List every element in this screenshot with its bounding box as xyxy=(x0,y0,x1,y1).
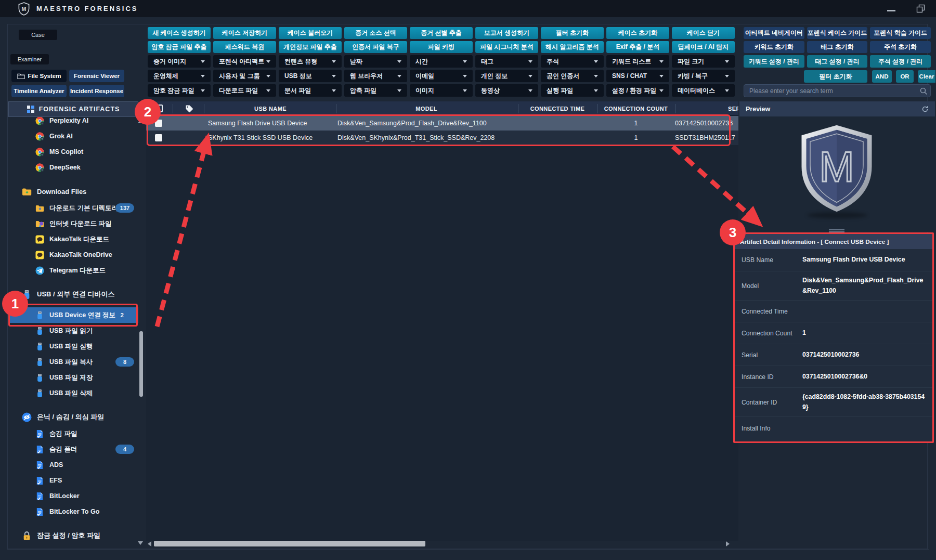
tree-item-16[interactable]: USB 파일 삭제 xyxy=(8,385,138,401)
tree-item-2[interactable]: MS Copilot xyxy=(8,144,138,160)
refresh-icon[interactable] xyxy=(921,106,929,113)
tab-timeline-analyzer[interactable]: Timeline Analyzer xyxy=(11,85,67,97)
tab-file-system[interactable]: File System xyxy=(11,70,67,82)
tree-item-8[interactable]: KakaoTalk OneDrive xyxy=(8,247,138,263)
filter-dropdown-filter_row1-8[interactable]: 파일 크기 xyxy=(672,55,735,68)
and-button[interactable]: AND xyxy=(872,70,892,83)
filter-dropdown-filter_row1-7[interactable]: 키워드 리스트 xyxy=(606,55,669,68)
tree-section-17[interactable]: 은닉 / 숨김 / 의심 파일 xyxy=(8,408,138,426)
panel-button-buttons_row1-2[interactable]: 포렌식 학습 가이드 xyxy=(870,27,931,39)
tree-item-11[interactable]: USB Device 연결 정보2 xyxy=(8,307,138,323)
filter-dropdown-filter_row1-3[interactable]: 날짜 xyxy=(344,55,407,68)
tab-forensic-viewer[interactable]: Forensic Viewer xyxy=(69,70,124,82)
panel-button-buttons_row1-0[interactable]: 아티팩트 네비게이터 xyxy=(744,27,804,39)
tree-item-6[interactable]: 인터넷 다운로드 파일 xyxy=(8,216,138,231)
filter-dropdown-filter_row2-8[interactable]: 카빙 / 복구 xyxy=(672,70,735,82)
filter-dropdown-filter_row1-6[interactable]: 주석 xyxy=(541,55,604,68)
filter-dropdown-filter_row1-4[interactable]: 시간 xyxy=(410,55,473,68)
panel-drag-handle[interactable] xyxy=(829,231,844,232)
tab-incident-response[interactable]: Incident Response xyxy=(69,85,124,97)
table-row[interactable]: SKhynix T31 Stick SSD USB DeviceDisk&Ven… xyxy=(146,131,738,145)
action-button-action_row2-6[interactable]: 해시 알고리즘 분석 xyxy=(541,41,604,53)
tree-item-12[interactable]: USB 파일 읽기 xyxy=(8,323,138,338)
tree-item-19[interactable]: 숨김 폴더4 xyxy=(8,441,138,457)
tree-item-0[interactable]: Perplexity AI xyxy=(8,117,138,128)
filter-dropdown-filter_row2-1[interactable]: 사용자 및 그룹 xyxy=(213,70,276,82)
tree-item-23[interactable]: BitLocker To Go xyxy=(8,504,138,519)
tree-item-21[interactable]: EFS xyxy=(8,473,138,488)
tree-item-15[interactable]: USB 파일 저장 xyxy=(8,370,138,385)
tree-section-10[interactable]: USB / 외부 연결 디바이스 xyxy=(8,285,138,303)
panel-button-buttons_row2-0[interactable]: 키워드 초기화 xyxy=(744,41,804,53)
action-button-action_row1-2[interactable]: 케이스 불러오기 xyxy=(279,27,342,39)
column-header-model[interactable]: MODEL xyxy=(361,101,491,116)
tree-item-18[interactable]: 숨김 파일 xyxy=(8,426,138,441)
panel-button-buttons_row1-1[interactable]: 포렌식 케이스 가이드 xyxy=(807,27,868,39)
filter-dropdown-filter_row3-2[interactable]: 문서 파일 xyxy=(279,84,342,97)
action-button-action_row2-5[interactable]: 파일 시그니처 분석 xyxy=(475,41,538,53)
action-button-action_row1-3[interactable]: 증거 소스 선택 xyxy=(344,27,407,39)
action-button-action_row2-3[interactable]: 인증서 파일 복구 xyxy=(344,41,407,53)
search-input[interactable] xyxy=(744,84,931,97)
filter-dropdown-filter_row3-0[interactable]: 암호 잠금 파일 xyxy=(148,84,211,97)
tree-item-22[interactable]: BitLocker xyxy=(8,488,138,504)
filter-reset-button[interactable]: 필터 초기화 xyxy=(804,70,867,83)
panel-button-buttons_row3-1[interactable]: 태그 설정 / 관리 xyxy=(807,55,868,68)
action-button-action_row1-0[interactable]: 새 케이스 생성하기 xyxy=(148,27,211,39)
table-row[interactable]: Samsung Flash Drive USB DeviceDisk&Ven_S… xyxy=(146,116,738,131)
horizontal-scrollbar-thumb[interactable] xyxy=(154,541,425,546)
panel-button-buttons_row3-0[interactable]: 키워드 설정 / 관리 xyxy=(744,55,804,68)
filter-dropdown-filter_row3-6[interactable]: 실행 파일 xyxy=(541,84,604,97)
column-header-usb-name[interactable]: USB NAME xyxy=(205,101,335,116)
action-button-action_row1-1[interactable]: 케이스 저장하기 xyxy=(213,27,276,39)
action-button-action_row2-0[interactable]: 암호 잠금 파일 추출 xyxy=(148,41,211,53)
panel-button-buttons_row2-1[interactable]: 태그 초기화 xyxy=(807,41,868,53)
tree-item-14[interactable]: USB 파일 복사8 xyxy=(8,354,138,370)
filter-dropdown-filter_row3-1[interactable]: 다운로드 파일 xyxy=(213,84,276,97)
action-button-action_row1-7[interactable]: 케이스 초기화 xyxy=(606,27,669,39)
tree-section-4[interactable]: Download Files xyxy=(8,183,138,200)
filter-dropdown-filter_row3-5[interactable]: 동영상 xyxy=(475,84,538,97)
tree-item-20[interactable]: ADS xyxy=(8,457,138,473)
filter-dropdown-filter_row1-2[interactable]: 컨텐츠 유형 xyxy=(279,55,342,68)
action-button-action_row2-7[interactable]: Exif 추출 / 분석 xyxy=(606,41,669,53)
search-icon[interactable] xyxy=(919,87,928,95)
action-button-action_row2-4[interactable]: 파일 카빙 xyxy=(410,41,473,53)
sidebar-scrollbar-thumb[interactable] xyxy=(139,331,143,397)
action-button-action_row2-8[interactable]: 딥페이크 / AI 탐지 xyxy=(672,41,735,53)
filter-dropdown-filter_row2-3[interactable]: 웹 브라우저 xyxy=(344,70,407,82)
forensic-artifacts-header[interactable]: FORENSIC ARTIFACTS xyxy=(8,101,138,117)
column-header-connected-time[interactable]: CONNECTED TIME xyxy=(518,101,597,116)
action-button-action_row1-4[interactable]: 증거 선별 추출 xyxy=(410,27,473,39)
filter-dropdown-filter_row1-5[interactable]: 태그 xyxy=(475,55,538,68)
clear-button[interactable]: Clear xyxy=(918,70,935,83)
filter-dropdown-filter_row2-2[interactable]: USB 정보 xyxy=(279,70,342,82)
action-button-action_row1-8[interactable]: 케이스 닫기 xyxy=(672,27,735,39)
tree-item-9[interactable]: Telegram 다운로드 xyxy=(8,263,138,278)
action-button-action_row2-1[interactable]: 패스워드 복원 xyxy=(213,41,276,53)
filter-dropdown-filter_row3-4[interactable]: 이미지 xyxy=(410,84,473,97)
tree-item-13[interactable]: USB 파일 실행 xyxy=(8,338,138,354)
restore-window-icon[interactable] xyxy=(916,4,925,13)
filter-dropdown-filter_row2-4[interactable]: 이메일 xyxy=(410,70,473,82)
row-checkbox[interactable] xyxy=(155,134,162,141)
action-button-action_row1-6[interactable]: 필터 초기화 xyxy=(541,27,604,39)
column-header-serial[interactable]: SERIAL xyxy=(728,101,738,116)
column-header-connection-count[interactable]: CONNECTION COUNT xyxy=(597,101,675,116)
filter-dropdown-filter_row3-7[interactable]: 설정 / 환경 파일 xyxy=(606,84,669,97)
tree-item-7[interactable]: KakaoTalk 다운로드 xyxy=(8,231,138,247)
tree-item-3[interactable]: DeepSeek xyxy=(8,160,138,175)
panel-drag-handle[interactable] xyxy=(829,229,844,230)
hscroll-left-icon[interactable] xyxy=(148,541,151,546)
tree-item-5[interactable]: 다운로드 기본 디렉토리137 xyxy=(8,200,138,216)
tree-section-24[interactable]: 잠금 설정 / 암호 파일 xyxy=(8,527,138,541)
sidebar-scroll-down-icon[interactable] xyxy=(138,541,143,545)
action-button-action_row1-5[interactable]: 보고서 생성하기 xyxy=(475,27,538,39)
filter-dropdown-filter_row2-7[interactable]: SNS / CHAT xyxy=(606,70,669,82)
filter-dropdown-filter_row2-5[interactable]: 개인 정보 xyxy=(475,70,538,82)
action-button-action_row2-2[interactable]: 개인정보 파일 추출 xyxy=(279,41,342,53)
filter-dropdown-filter_row3-3[interactable]: 압축 파일 xyxy=(344,84,407,97)
filter-dropdown-filter_row3-8[interactable]: 데이터베이스 xyxy=(672,84,735,97)
minimize-icon[interactable] xyxy=(887,10,895,11)
tree-item-1[interactable]: Grok AI xyxy=(8,128,138,144)
